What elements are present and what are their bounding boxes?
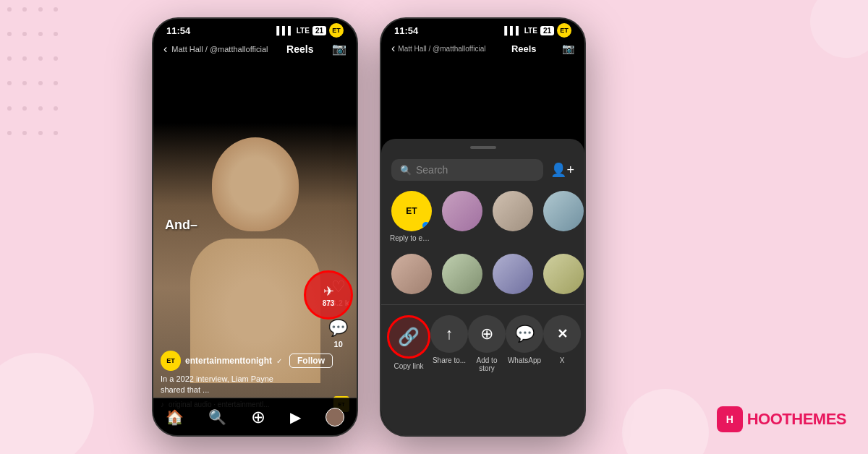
panel-handle (470, 146, 496, 149)
logo-themes: THEMES (782, 410, 846, 428)
verified-icon: ✓ (276, 357, 282, 365)
contact-6[interactable] (491, 254, 535, 294)
decorative-circle-top-right (810, 0, 868, 58)
whatsapp-label: WhatsApp (508, 356, 541, 364)
camera-icon-2[interactable]: 📷 (562, 43, 574, 54)
share-count: 873 (323, 299, 335, 307)
add-story-option[interactable]: ⊕ Add to story (468, 315, 506, 372)
account-name[interactable]: entertainmenttonight (185, 356, 272, 366)
contact-3[interactable] (542, 191, 584, 242)
lte-label-2: LTE (524, 27, 537, 35)
share-search: 🔍 Search 👤+ (381, 155, 584, 185)
et-badge: ET (329, 23, 344, 38)
contact-avatar-3 (543, 191, 584, 231)
subtitle-text: And– (165, 218, 197, 232)
bottom-nav: 🏠 🔍 ⊕ ▶ (153, 398, 357, 435)
x-option[interactable]: ✕ X (543, 315, 581, 372)
comment-button[interactable]: 💬 10 (328, 319, 348, 348)
contact-4[interactable] (390, 254, 433, 294)
decorative-circle-left (0, 353, 94, 454)
camera-icon[interactable]: 📷 (332, 42, 346, 56)
contact-avatar-2 (493, 191, 533, 231)
contact-et[interactable]: ET Reply to entertain... (390, 191, 433, 242)
subtitle-overlay: And– (153, 218, 299, 233)
signal-bars: ▌▌▌ (276, 26, 293, 35)
reel-header-2: ‹ Matt Hall / @matthallofficial Reels 📷 (381, 39, 584, 58)
contact-2[interactable] (491, 191, 535, 242)
contact-avatar-7 (543, 254, 584, 294)
x-share-icon: ✕ (543, 315, 581, 353)
contacts-row: ET Reply to entertain... (381, 185, 584, 248)
add-person-icon[interactable]: 👤+ (550, 162, 574, 178)
share-button-highlight[interactable]: ✈ 873 (304, 270, 353, 320)
copy-link-option[interactable]: 🔗 Copy link (387, 315, 430, 372)
signal-bars-2: ▌▌▌ (504, 26, 521, 35)
contact-avatar-1 (442, 191, 482, 231)
copy-link-label: Copy link (393, 362, 423, 370)
search-bar[interactable]: 🔍 Search (391, 159, 543, 181)
logo-text: HOOTHEMES (747, 410, 846, 429)
contact-5[interactable] (441, 254, 484, 294)
account-row: ET entertainmenttonight ✓ Follow (161, 351, 299, 371)
search-placeholder: Search (416, 164, 448, 176)
copy-link-icon-highlight: 🔗 (387, 315, 430, 359)
phone-1: 11:54 ▌▌▌ LTE 21 ET ‹ Matt Hall / @matth… (152, 17, 358, 437)
back-button[interactable]: ‹ (163, 43, 167, 56)
contact-1[interactable] (441, 191, 484, 242)
contacts-row-2 (381, 248, 584, 300)
search-nav[interactable]: 🔍 (208, 408, 226, 426)
status-time: 11:54 (166, 25, 190, 36)
contact-7[interactable] (542, 254, 584, 294)
share-options: 🔗 Copy link ↑ Share to... ⊕ Add to story… (381, 304, 584, 382)
contact-avatar-4 (391, 254, 432, 294)
logo-hoo: HOO (747, 410, 783, 428)
reels-title: Reels (286, 43, 313, 55)
comment-icon: 💬 (328, 319, 348, 338)
decorative-circle-right (622, 389, 709, 454)
user-text: Matt Hall / @matthallofficial (171, 45, 268, 53)
back-button-2[interactable]: ‹ (391, 42, 395, 55)
hoothemes-logo: H HOOTHEMES (717, 406, 846, 432)
battery: 21 (312, 26, 326, 35)
home-nav[interactable]: 🏠 (166, 408, 184, 426)
add-story-icon: ⊕ (468, 315, 506, 353)
x-label: X (560, 356, 565, 364)
decorative-dots (7, 7, 65, 152)
reel-header: ‹ Matt Hall / @matthallofficial Reels 📷 (153, 39, 357, 59)
contact-avatar-6 (493, 254, 533, 294)
reels-title-2: Reels (511, 43, 537, 54)
share-panel: 🔍 Search 👤+ ET Reply to entertain... (381, 139, 584, 435)
phone-2: 11:54 ▌▌▌ LTE 21 ET ‹ Matt Hall / @matth… (380, 17, 586, 437)
logo-icon-text: H (726, 414, 733, 425)
share-to-icon: ↑ (430, 315, 468, 353)
et-contact-avatar: ET (391, 191, 432, 231)
reel-bottom-info: ET entertainmenttonight ✓ Follow In a 20… (161, 351, 299, 395)
add-story-label: Add to story (468, 356, 506, 372)
comment-count: 10 (334, 340, 343, 348)
unread-dot (422, 222, 430, 229)
profile-nav[interactable] (326, 408, 344, 427)
et-avatar: ET (161, 351, 181, 371)
reels-nav[interactable]: ▶ (290, 408, 301, 426)
whatsapp-option[interactable]: 💬 WhatsApp (506, 315, 543, 372)
follow-button[interactable]: Follow (289, 354, 333, 368)
contact-avatar-5 (442, 254, 482, 294)
whatsapp-icon: 💬 (506, 315, 543, 353)
status-bar-2: 11:54 ▌▌▌ LTE 21 ET (381, 19, 584, 40)
status-time-2: 11:54 (394, 25, 418, 36)
caption: In a 2022 interview, Liam Payne shared t… (161, 374, 299, 395)
share-to-option[interactable]: ↑ Share to... (430, 315, 468, 372)
logo-icon: H (717, 406, 743, 432)
status-bar: 11:54 ▌▌▌ LTE 21 ET (153, 19, 357, 40)
reel-header-left: ‹ Matt Hall / @matthallofficial (163, 43, 268, 56)
status-icons: ▌▌▌ LTE 21 ET (276, 23, 344, 38)
status-icons-2: ▌▌▌ LTE 21 ET (504, 23, 571, 38)
et-badge-2: ET (557, 23, 571, 38)
share-icon: ✈ (323, 283, 334, 299)
lte-label: LTE (297, 27, 310, 35)
contact-label-et: Reply to entertain... (390, 234, 433, 242)
share-button-container: ✈ 873 (304, 270, 353, 320)
phones-container: 11:54 ▌▌▌ LTE 21 ET ‹ Matt Hall / @matth… (152, 17, 586, 437)
add-nav[interactable]: ⊕ (251, 407, 265, 427)
battery-2: 21 (540, 26, 554, 35)
